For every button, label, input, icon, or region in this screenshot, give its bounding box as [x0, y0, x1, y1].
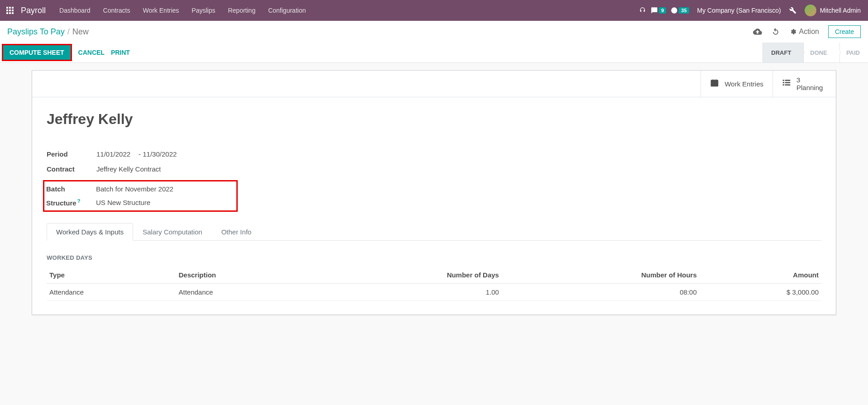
create-button[interactable]: Create: [828, 25, 861, 38]
label-contract: Contract: [47, 165, 96, 173]
field-structure: Structure? US New Structure: [46, 198, 236, 207]
cell-hours: 08:00: [502, 284, 700, 301]
field-contract: Contract Jeffrey Kelly Contract: [47, 165, 821, 173]
cloud-save-icon[interactable]: [753, 27, 762, 36]
tab-other-info[interactable]: Other Info: [212, 223, 261, 241]
svg-rect-3: [6, 10, 8, 11]
messages-badge: 9: [659, 7, 666, 14]
section-worked-days: Worked Days: [47, 254, 821, 261]
svg-rect-0: [6, 7, 8, 9]
avatar: [805, 5, 816, 16]
svg-rect-18: [783, 82, 784, 83]
svg-rect-21: [785, 84, 791, 86]
user-menu[interactable]: Mitchell Admin: [801, 5, 864, 16]
worked-days-table: Type Description Number of Days Number o…: [47, 267, 821, 301]
cell-description: Attendance: [176, 284, 315, 301]
activities-icon[interactable]: 35: [671, 7, 689, 14]
user-name: Mitchell Admin: [820, 7, 861, 14]
label-batch: Batch: [46, 185, 96, 193]
tab-worked-days[interactable]: Worked Days & Inputs: [47, 223, 133, 241]
support-icon[interactable]: [639, 7, 646, 14]
svg-rect-16: [783, 80, 784, 81]
svg-rect-20: [783, 84, 784, 86]
value-period-to[interactable]: - 11/30/2022: [139, 150, 177, 158]
nav-item-contracts[interactable]: Contracts: [97, 0, 137, 21]
company-switcher[interactable]: My Company (San Francisco): [694, 7, 785, 14]
svg-rect-1: [9, 7, 11, 9]
nav-item-payslips[interactable]: Payslips: [185, 0, 221, 21]
svg-rect-6: [6, 12, 8, 14]
top-navbar: Payroll Dashboard Contracts Work Entries…: [0, 0, 868, 21]
highlight-batch-structure: Batch Batch for November 2022 Structure?…: [43, 180, 238, 212]
page-title: Jeffrey Kelly: [47, 111, 821, 128]
tab-salary-computation[interactable]: Salary Computation: [133, 223, 212, 241]
value-batch[interactable]: Batch for November 2022: [96, 185, 173, 193]
button-box: Work Entries 3 Planning: [32, 71, 836, 97]
stat-planning[interactable]: 3 Planning: [772, 71, 836, 97]
col-days: Number of Days: [315, 267, 502, 284]
nav-item-work-entries[interactable]: Work Entries: [136, 0, 185, 21]
status-draft[interactable]: Draft: [763, 43, 799, 62]
action-button[interactable]: Action: [789, 28, 819, 36]
stat-work-entries[interactable]: Work Entries: [700, 71, 772, 97]
field-period: Period 11/01/2022 - 11/30/2022: [47, 150, 821, 158]
svg-rect-4: [9, 10, 11, 11]
notebook-tabs: Worked Days & Inputs Salary Computation …: [47, 223, 821, 241]
apps-icon[interactable]: [4, 4, 16, 17]
form-sheet: Work Entries 3 Planning Jeffrey Kelly Pe…: [32, 70, 836, 315]
field-batch: Batch Batch for November 2022: [46, 185, 236, 193]
col-description: Description: [176, 267, 315, 284]
label-period: Period: [47, 150, 96, 158]
col-type: Type: [47, 267, 176, 284]
value-contract[interactable]: Jeffrey Kelly Contract: [96, 165, 161, 173]
cancel-button[interactable]: Cancel: [78, 45, 105, 60]
calendar-icon: [710, 78, 719, 90]
nav-item-reporting[interactable]: Reporting: [221, 0, 262, 21]
stat-work-entries-label: Work Entries: [724, 80, 763, 88]
svg-rect-19: [785, 82, 791, 83]
messages-icon[interactable]: 9: [651, 7, 666, 14]
nav-item-configuration[interactable]: Configuration: [262, 0, 312, 21]
nav-menu: Dashboard Contracts Work Entries Payslip…: [53, 0, 312, 21]
help-icon[interactable]: ?: [77, 198, 81, 204]
debug-icon[interactable]: [789, 7, 796, 14]
col-amount: Amount: [700, 267, 821, 284]
value-period-from[interactable]: 11/01/2022: [96, 150, 130, 158]
highlight-compute: Compute Sheet: [2, 44, 72, 61]
stat-planning-count: 3: [796, 76, 823, 84]
cell-amount: $ 3,000.00: [700, 284, 821, 301]
compute-sheet-button[interactable]: Compute Sheet: [3, 45, 71, 60]
activities-badge: 35: [679, 7, 689, 14]
col-hours: Number of Hours: [502, 267, 700, 284]
stat-planning-label: Planning: [796, 84, 823, 91]
svg-rect-17: [785, 80, 791, 81]
action-label: Action: [799, 28, 819, 36]
label-structure: Structure?: [46, 198, 96, 207]
control-panel: Payslips To Pay / New Action Create Comp…: [0, 21, 868, 63]
discard-icon[interactable]: [771, 27, 780, 36]
table-row[interactable]: Attendance Attendance 1.00 08:00 $ 3,000…: [47, 284, 821, 301]
cell-days: 1.00: [315, 284, 502, 301]
breadcrumb-current: New: [72, 27, 89, 37]
app-brand[interactable]: Payroll: [21, 6, 46, 15]
nav-item-dashboard[interactable]: Dashboard: [53, 0, 97, 21]
breadcrumb: Payslips To Pay / New: [7, 27, 89, 37]
cell-type: Attendance: [47, 284, 176, 301]
svg-rect-8: [12, 12, 14, 14]
breadcrumb-parent[interactable]: Payslips To Pay: [7, 27, 65, 37]
nav-right: 9 35 My Company (San Francisco) Mitchell…: [639, 5, 864, 16]
svg-rect-2: [12, 7, 14, 9]
value-structure[interactable]: US New Structure: [96, 199, 150, 206]
print-button[interactable]: Print: [111, 45, 130, 60]
svg-rect-9: [711, 80, 718, 86]
tasks-icon: [782, 78, 791, 90]
breadcrumb-sep: /: [67, 27, 70, 37]
svg-rect-7: [9, 12, 11, 14]
status-bar: Draft Done Paid: [762, 43, 868, 62]
svg-rect-5: [12, 10, 14, 11]
